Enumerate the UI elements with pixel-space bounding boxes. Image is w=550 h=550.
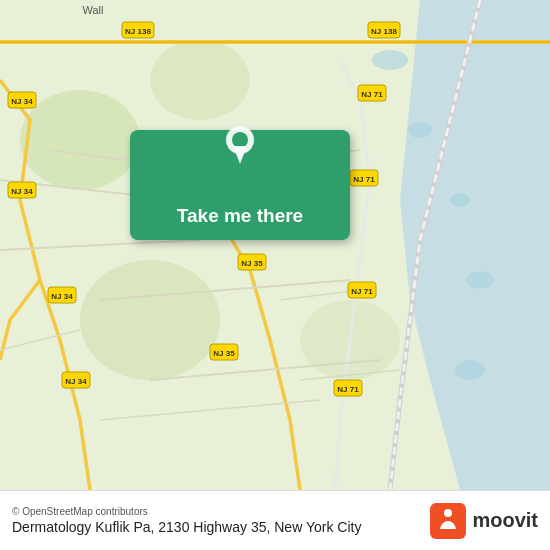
svg-point-10 bbox=[80, 260, 220, 380]
svg-point-5 bbox=[466, 271, 494, 289]
moovit-logo: moovit bbox=[430, 503, 538, 539]
moovit-icon bbox=[430, 503, 466, 539]
svg-point-6 bbox=[455, 360, 485, 380]
svg-text:NJ 34: NJ 34 bbox=[51, 292, 73, 301]
bottom-left: © OpenStreetMap contributors Dermatology… bbox=[12, 506, 361, 535]
take-me-there-button[interactable] bbox=[130, 130, 350, 240]
svg-point-4 bbox=[450, 193, 470, 207]
svg-text:NJ 34: NJ 34 bbox=[65, 377, 87, 386]
svg-text:NJ 71: NJ 71 bbox=[337, 385, 359, 394]
svg-text:NJ 34: NJ 34 bbox=[11, 97, 33, 106]
svg-text:NJ 71: NJ 71 bbox=[353, 175, 375, 184]
svg-point-56 bbox=[444, 509, 452, 517]
svg-text:NJ 35: NJ 35 bbox=[241, 259, 263, 268]
svg-text:NJ 138: NJ 138 bbox=[371, 27, 397, 36]
svg-point-2 bbox=[372, 50, 408, 70]
copyright-text: © OpenStreetMap contributors bbox=[12, 506, 361, 517]
svg-text:NJ 138: NJ 138 bbox=[125, 27, 151, 36]
bottom-bar: © OpenStreetMap contributors Dermatology… bbox=[0, 490, 550, 550]
address-text: Dermatology Kuflik Pa, 2130 Highway 35, … bbox=[12, 519, 361, 535]
svg-text:NJ 71: NJ 71 bbox=[361, 90, 383, 99]
svg-point-8 bbox=[150, 40, 250, 120]
svg-text:NJ 34: NJ 34 bbox=[11, 187, 33, 196]
svg-text:NJ 35: NJ 35 bbox=[213, 349, 235, 358]
map-container: NJ 138 NJ 138 NJ 34 NJ 71 NJ 34 NJ 71 NJ… bbox=[0, 0, 550, 490]
svg-text:NJ 71: NJ 71 bbox=[351, 287, 373, 296]
svg-point-3 bbox=[408, 122, 432, 138]
moovit-text: moovit bbox=[472, 509, 538, 532]
svg-text:Wall: Wall bbox=[83, 4, 104, 16]
svg-point-7 bbox=[20, 90, 140, 190]
